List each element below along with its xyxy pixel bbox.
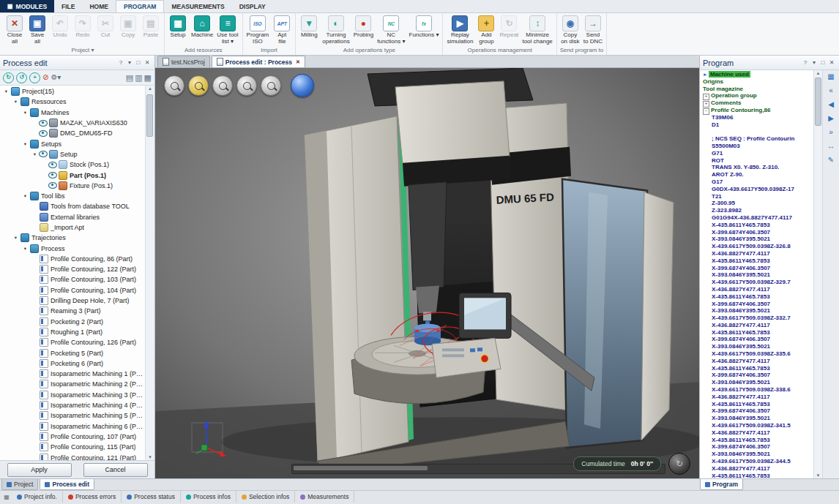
view-grid-icon[interactable]: ▦ <box>144 74 152 82</box>
tree-item-tools-from-database-tool[interactable]: Tools from database TOOL <box>0 201 145 211</box>
tree-item-isoparametric-machining-1-part[interactable]: Isoparametric Machining 1 (Part) <box>0 369 145 379</box>
minimize-tool-change-button[interactable]: ↕Minimize tool change <box>521 15 553 46</box>
tree-item-pocketing-2-part[interactable]: Pocketing 2 (Part) <box>0 317 145 327</box>
tree-settings-gear-icon[interactable]: ⚙▾ <box>51 74 61 81</box>
ribbon-tab-display[interactable]: DISPLAY <box>232 0 273 12</box>
status-process-errors[interactable]: Process errors <box>63 491 122 503</box>
program-line[interactable]: D1 <box>701 121 813 129</box>
program-line[interactable]: X-399.6874Y406.3507 <box>701 407 813 415</box>
program-line[interactable]: X-399.6874Y406.3507 <box>701 372 813 379</box>
tree-item-tool-libs[interactable]: ▾Tool libs <box>0 191 145 201</box>
status-process-status[interactable]: Process status <box>122 491 181 503</box>
program-line[interactable]: G17 <box>701 178 813 186</box>
tree-item-profile-contouring-121-part[interactable]: Profile Contouring, 121 (Part) <box>0 452 145 460</box>
edit-program-icon[interactable]: ✎ <box>828 156 834 164</box>
program-line[interactable]: AROT Z-90. <box>701 171 813 178</box>
refresh-tree-icon[interactable]: ↻ <box>3 72 14 83</box>
tree-item-profile-contouring-86-part[interactable]: Profile Contouring, 86 (Part) <box>0 254 145 264</box>
program-line[interactable]: ROT <box>701 157 813 165</box>
view-list-icon[interactable]: ▤ <box>126 74 133 82</box>
tree-item-profile-contouring-104-part[interactable]: Profile Contouring, 104 (Part) <box>0 285 145 296</box>
visibility-eye-icon[interactable] <box>48 162 57 168</box>
program-line[interactable]: X-399.6874Y406.3507 <box>701 336 813 343</box>
use-tool-list-button[interactable]: ≡Use tool list ▾ <box>215 15 239 46</box>
replay-simulation-button[interactable]: ▶Replay simulation <box>445 15 474 46</box>
program-line[interactable]: X-439.6617Y509.0398Z-344.5 <box>701 458 813 465</box>
program-line[interactable]: X-436.8827Y477.4117 <box>701 250 813 257</box>
visibility-eye-icon[interactable] <box>39 151 48 157</box>
program-line[interactable]: T39M06 <box>701 114 813 121</box>
expander-icon[interactable]: ▾ <box>22 141 29 147</box>
close-tab-icon[interactable]: ✕ <box>296 59 300 65</box>
go-last-block-icon[interactable]: » <box>829 128 833 136</box>
visibility-eye-icon[interactable] <box>48 172 57 178</box>
program-line[interactable]: X-435.8611Y465.7853 <box>701 473 813 478</box>
nc-functions-button[interactable]: NCNC functions ▾ <box>376 15 406 46</box>
tree-item-setup[interactable]: ▾Setup <box>0 149 145 159</box>
expander-icon[interactable]: ▾ <box>12 99 19 105</box>
program-node-origins[interactable]: Origins <box>701 78 813 86</box>
tree-item-trajectories[interactable]: ▾Trajectories <box>0 233 145 243</box>
program-line[interactable]: G71 <box>701 150 813 157</box>
document-tab-process-edit-process[interactable]: Process edit : Process✕ <box>212 56 305 67</box>
program-line[interactable]: X-393.0846Y395.5021 <box>701 271 813 279</box>
program-line[interactable]: X-399.6874Y406.3507 <box>701 229 813 236</box>
tree-item-isoparametric-machining-2-part[interactable]: Isoparametric Machining 2 (Part) <box>0 379 145 389</box>
copy-on-disk-button[interactable]: ◉Copy on disk <box>559 15 581 46</box>
panel-tab-project[interactable]: Project <box>1 479 38 490</box>
program-line[interactable]: X-439.6617Y509.0398Z-332.7 <box>701 315 813 322</box>
probing-button[interactable]: ●Probing <box>352 15 376 40</box>
apply-button[interactable]: Apply <box>7 463 72 477</box>
program-line[interactable]: X-435.8611Y465.7853 <box>701 293 813 301</box>
program-line[interactable]: X-439.6617Y509.0398Z-338.6 <box>701 386 813 394</box>
tree-item-roughing-1-part[interactable]: Roughing 1 (Part) <box>0 327 145 337</box>
program-line[interactable]: X-439.6617Y509.0398Z-326.8 <box>701 243 813 250</box>
help-icon[interactable]: ? <box>116 59 125 66</box>
tree-item-profile-contouring-103-part[interactable]: Profile Contouring, 103 (Part) <box>0 274 145 285</box>
ribbon-tab-home[interactable]: HOME <box>82 0 116 12</box>
program-line[interactable]: X-435.8611Y465.7853 <box>701 257 813 265</box>
status-process-infos[interactable]: Process infos <box>181 491 236 503</box>
ribbon-tab-measurements[interactable]: MEASUREMENTS <box>164 0 231 12</box>
program-line[interactable]: ; NCS SEQ : Profile Contourin <box>701 135 813 143</box>
panel-tab-process-edit[interactable]: Process edit <box>40 479 94 490</box>
program-line[interactable]: X-393.0846Y395.5021 <box>701 415 813 422</box>
expander-icon[interactable]: ▾ <box>31 151 38 157</box>
ribbon-tab-modules[interactable]: ▦MODULES <box>0 0 54 12</box>
tree-item-part-pos-1[interactable]: Part (Pos.1) <box>0 170 145 180</box>
program-node-tool-magazine[interactable]: Tool magazine <box>701 86 813 93</box>
go-first-block-icon[interactable]: « <box>829 86 833 94</box>
zoom-fit-button[interactable] <box>164 75 184 96</box>
program-line[interactable]: X-393.0846Y395.5021 <box>701 236 813 243</box>
collapse-icon[interactable]: − <box>703 108 709 115</box>
delete-item-icon[interactable]: ⊘ <box>42 74 48 81</box>
program-node-machine-used[interactable]: ►Machine used <box>701 71 813 78</box>
program-line[interactable]: Z-300.95 <box>701 200 813 207</box>
program-line[interactable]: Z-323.8982 <box>701 207 813 214</box>
float-panel-icon[interactable]: □ <box>134 59 143 66</box>
replay-knob-button[interactable]: ↻ <box>668 453 690 475</box>
expander-icon[interactable]: ▾ <box>22 246 29 252</box>
program-line[interactable]: X-435.8611Y465.7853 <box>701 365 813 372</box>
machine-button[interactable]: ⌂Machine <box>190 15 215 40</box>
pan-view-button[interactable] <box>236 75 257 96</box>
program-line[interactable]: TRANS X0. Y-850. Z-310. <box>701 164 813 171</box>
float-panel-icon[interactable]: □ <box>819 59 827 66</box>
program-line[interactable]: G01G94X-436.8827Y477.4117 <box>701 214 813 222</box>
tree-item-pocketing-5-part[interactable]: Pocketing 5 (Part) <box>0 347 145 358</box>
program-line[interactable] <box>701 128 813 135</box>
expander-icon[interactable]: ▾ <box>22 193 29 199</box>
program-node-comments[interactable]: +Comments <box>701 99 813 107</box>
program-node-profile-contouring-86[interactable]: −Profile Contouring,86 <box>701 107 813 114</box>
tree-item-isoparametric-machining-5-part[interactable]: Isoparametric Machining 5 (Part) <box>0 410 145 421</box>
expander-icon[interactable]: ▾ <box>22 110 29 116</box>
program-line[interactable]: G0DX-439.6617Y509.0398Z-17 <box>701 186 813 193</box>
tree-item-profile-contouring-126-part[interactable]: Profile Contouring, 126 (Part) <box>0 337 145 347</box>
panel-menu-icon[interactable]: ▾ <box>125 59 134 66</box>
viewport-3d[interactable]: DMU 65 FD <box>155 68 699 478</box>
program-line[interactable]: X-439.6617Y509.0398Z-329.7 <box>701 279 813 286</box>
program-line[interactable]: X-436.8827Y477.4117 <box>701 286 813 293</box>
program-line[interactable]: X-436.8827Y477.4117 <box>701 358 813 365</box>
scroll-thumb[interactable] <box>815 78 821 126</box>
functions-button[interactable]: fxFunctions ▾ <box>408 15 441 40</box>
